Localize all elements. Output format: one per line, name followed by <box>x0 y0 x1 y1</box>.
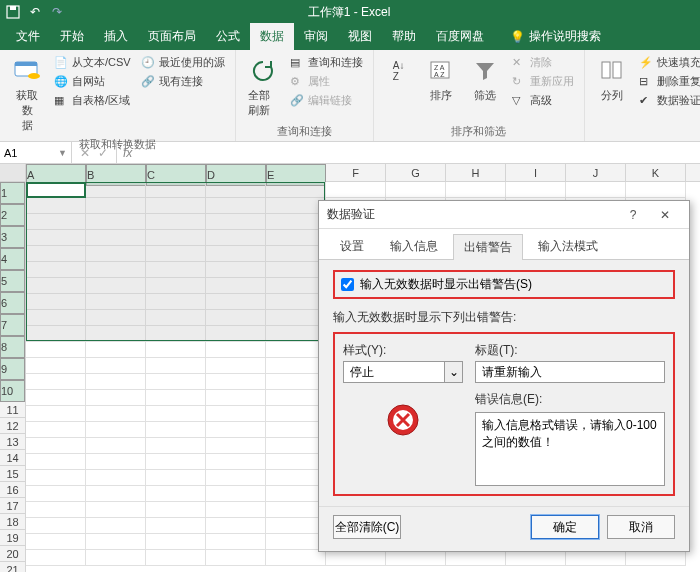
cell[interactable] <box>206 502 266 518</box>
style-select[interactable]: 停止 ⌄ <box>343 361 463 383</box>
tab-formula[interactable]: 公式 <box>206 23 250 50</box>
cell[interactable] <box>146 502 206 518</box>
select-all-corner[interactable] <box>0 164 26 181</box>
properties-button[interactable]: ⚙属性 <box>288 73 365 90</box>
sort-button[interactable]: Z AA Z 排序 <box>422 54 460 105</box>
cell[interactable] <box>326 182 386 198</box>
cell[interactable] <box>266 390 326 406</box>
message-textarea[interactable] <box>475 412 665 486</box>
cell[interactable] <box>86 374 146 390</box>
tab-settings[interactable]: 设置 <box>329 233 375 259</box>
row-header[interactable]: 17 <box>0 498 25 514</box>
tab-view[interactable]: 视图 <box>338 23 382 50</box>
cell[interactable] <box>506 550 566 566</box>
row-header[interactable]: 1 <box>0 182 25 204</box>
show-error-check-input[interactable] <box>341 278 354 291</box>
help-button[interactable]: ? <box>617 203 649 227</box>
cell[interactable] <box>146 454 206 470</box>
reapply-button[interactable]: ↻重新应用 <box>510 73 576 90</box>
filter-button[interactable]: 筛选 <box>466 54 504 105</box>
row-header[interactable]: 11 <box>0 402 25 418</box>
cell[interactable] <box>146 486 206 502</box>
cell[interactable] <box>26 534 86 550</box>
cell[interactable] <box>446 182 506 198</box>
tab-data[interactable]: 数据 <box>250 23 294 50</box>
cell[interactable] <box>146 438 206 454</box>
row-header[interactable]: 4 <box>0 248 25 270</box>
redo-icon[interactable]: ↷ <box>50 5 64 19</box>
cell[interactable] <box>206 422 266 438</box>
cell[interactable] <box>26 470 86 486</box>
text-to-cols-button[interactable]: 分列 <box>593 54 631 105</box>
tab-help[interactable]: 帮助 <box>382 23 426 50</box>
cell[interactable] <box>626 550 686 566</box>
cell[interactable] <box>26 502 86 518</box>
tab-input-msg[interactable]: 输入信息 <box>379 233 449 259</box>
cell[interactable] <box>266 518 326 534</box>
cell[interactable] <box>86 438 146 454</box>
cell[interactable] <box>206 390 266 406</box>
cell[interactable] <box>146 406 206 422</box>
cell[interactable] <box>266 550 326 566</box>
data-validation-button[interactable]: ✔数据验证 <box>637 92 700 109</box>
cell[interactable] <box>146 390 206 406</box>
cell[interactable] <box>86 470 146 486</box>
cell[interactable] <box>566 550 626 566</box>
row-header[interactable]: 18 <box>0 514 25 530</box>
existing-conn-button[interactable]: 🔗现有连接 <box>139 73 227 90</box>
cell[interactable] <box>206 534 266 550</box>
tab-baidu[interactable]: 百度网盘 <box>426 23 494 50</box>
queries-conn-button[interactable]: ▤查询和连接 <box>288 54 365 71</box>
sort-az-button[interactable]: A↓Z <box>382 54 416 88</box>
save-icon[interactable] <box>6 5 20 19</box>
cancel-button[interactable]: 取消 <box>607 515 675 539</box>
cell[interactable] <box>206 454 266 470</box>
undo-icon[interactable]: ↶ <box>28 5 42 19</box>
cell[interactable] <box>26 454 86 470</box>
show-error-checkbox[interactable]: 输入无效数据时显示出错警告(S) <box>341 276 667 293</box>
col-header[interactable]: G <box>386 164 446 181</box>
cell[interactable] <box>326 550 386 566</box>
cell[interactable] <box>206 374 266 390</box>
row-header[interactable]: 9 <box>0 358 25 380</box>
cell[interactable] <box>506 182 566 198</box>
name-box-input[interactable] <box>4 147 48 159</box>
row-header[interactable]: 20 <box>0 546 25 562</box>
cell[interactable] <box>86 518 146 534</box>
cell[interactable] <box>266 358 326 374</box>
cell[interactable] <box>86 422 146 438</box>
advanced-filter-button[interactable]: ▽高级 <box>510 92 576 109</box>
clear-all-button[interactable]: 全部清除(C) <box>333 515 401 539</box>
row-header[interactable]: 12 <box>0 418 25 434</box>
cell[interactable] <box>266 534 326 550</box>
clear-filter-button[interactable]: ✕清除 <box>510 54 576 71</box>
cell[interactable] <box>146 534 206 550</box>
row-header[interactable]: 10 <box>0 380 25 402</box>
cell[interactable] <box>386 550 446 566</box>
cell[interactable] <box>266 502 326 518</box>
chevron-down-icon[interactable]: ⌄ <box>444 362 462 382</box>
row-header[interactable]: 5 <box>0 270 25 292</box>
remove-dup-button[interactable]: ⊟删除重复值 <box>637 73 700 90</box>
cell[interactable] <box>26 422 86 438</box>
from-table-button[interactable]: ▦自表格/区域 <box>52 92 133 109</box>
flash-fill-button[interactable]: ⚡快速填充 <box>637 54 700 71</box>
tab-ime[interactable]: 输入法模式 <box>527 233 609 259</box>
row-header[interactable]: 3 <box>0 226 25 248</box>
close-icon[interactable]: ✕ <box>649 203 681 227</box>
tell-me[interactable]: 💡 操作说明搜索 <box>502 23 609 50</box>
cell[interactable] <box>206 486 266 502</box>
cell[interactable] <box>86 358 146 374</box>
tab-layout[interactable]: 页面布局 <box>138 23 206 50</box>
cell[interactable] <box>146 550 206 566</box>
cell[interactable] <box>86 534 146 550</box>
cell[interactable] <box>26 374 86 390</box>
col-header[interactable]: J <box>566 164 626 181</box>
cell[interactable] <box>206 550 266 566</box>
cell[interactable] <box>206 358 266 374</box>
chevron-down-icon[interactable]: ▼ <box>58 148 67 158</box>
cell[interactable] <box>206 342 266 358</box>
row-header[interactable]: 8 <box>0 336 25 358</box>
cell[interactable] <box>26 518 86 534</box>
enter-fx-icon[interactable]: ✓ <box>98 146 108 160</box>
